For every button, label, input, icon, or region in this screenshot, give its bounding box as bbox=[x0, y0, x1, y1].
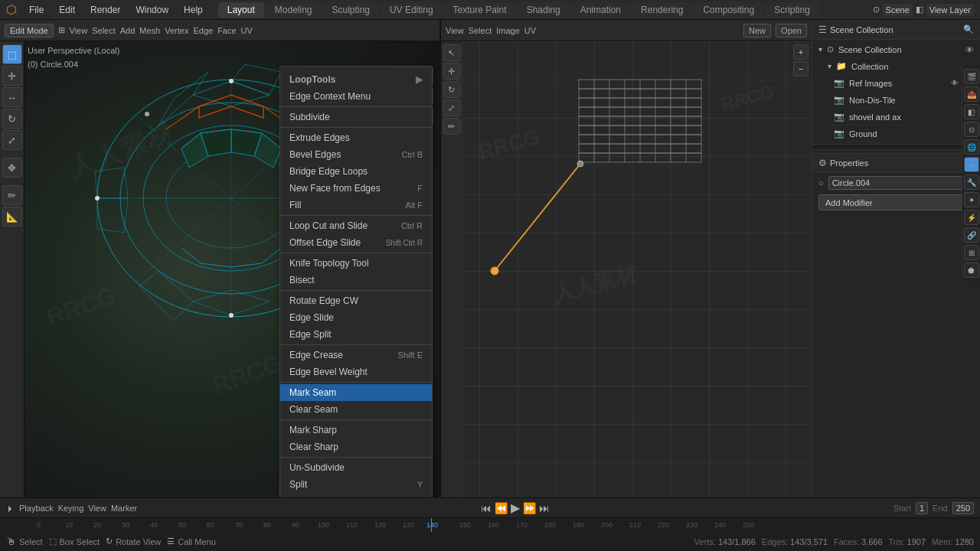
menu-file[interactable]: File bbox=[23, 3, 50, 17]
fill-item[interactable]: Fill Alt F bbox=[280, 197, 432, 214]
uv-open-btn[interactable]: Open bbox=[776, 24, 807, 37]
uv-select-btn[interactable]: Select bbox=[469, 26, 492, 35]
physics-props-icon[interactable]: ⚡ bbox=[964, 210, 979, 225]
world-props-icon[interactable]: 🌐 bbox=[964, 139, 979, 155]
rotate-tool[interactable]: ↻ bbox=[2, 109, 22, 129]
cursor-tool[interactable]: ✛ bbox=[2, 66, 22, 86]
bevel-edges-item[interactable]: Bevel Edges Ctrl B bbox=[280, 146, 432, 163]
outliner-search-icon[interactable]: 🔍 bbox=[963, 24, 974, 34]
bridge-edge-loops-item[interactable]: Bridge Edge Loops bbox=[280, 163, 432, 180]
edge-crease-item[interactable]: Edge Crease Shift E bbox=[280, 347, 432, 364]
material-props-icon[interactable]: ⬟ bbox=[964, 262, 979, 278]
view-menu[interactable]: View bbox=[70, 26, 88, 35]
collection-item[interactable]: ▾ 📁 Collection bbox=[812, 58, 980, 75]
scene-collection-item[interactable]: ▾ ⊙ Scene Collection 👁 bbox=[812, 41, 980, 58]
mesh-menu[interactable]: Mesh bbox=[139, 26, 160, 35]
uv-scale-tool[interactable]: ⤢ bbox=[443, 99, 460, 116]
timeline-scrubber[interactable]: 0 10 20 30 40 50 60 70 80 90 100 110 120… bbox=[0, 518, 980, 532]
scale-tool[interactable]: ⤢ bbox=[2, 130, 22, 150]
next-frame-btn[interactable]: ⏩ bbox=[523, 502, 536, 514]
loop-cut-item[interactable]: Loop Cut and Slide Ctrl R bbox=[280, 217, 432, 234]
scene-props-icon[interactable]: ⊙ bbox=[964, 122, 979, 137]
particles-props-icon[interactable]: ✦ bbox=[964, 192, 979, 207]
uv-uv-btn[interactable]: UV bbox=[524, 26, 536, 35]
offset-edge-slide-item[interactable]: Offset Edge Slide Shift Ctrl R bbox=[280, 234, 432, 251]
uv-rotate-tool[interactable]: ↻ bbox=[443, 81, 460, 98]
tab-layout[interactable]: Layout bbox=[218, 2, 264, 18]
eye-icon[interactable]: 👁 bbox=[965, 45, 974, 54]
ground-item[interactable]: 📷 Ground 👁 bbox=[812, 126, 980, 142]
view-layer-name[interactable]: View Layer bbox=[926, 4, 974, 16]
edge-menu[interactable]: Edge bbox=[193, 26, 213, 35]
jump-start-btn[interactable]: ⏮ bbox=[481, 502, 492, 514]
transform-tool[interactable]: ✥ bbox=[2, 158, 22, 178]
extrude-edges-item[interactable]: Extrude Edges bbox=[280, 129, 432, 146]
tab-sculpting[interactable]: Sculpting bbox=[323, 2, 379, 18]
object-name[interactable]: Circle.004 bbox=[828, 176, 962, 190]
tab-compositing[interactable]: Compositing bbox=[694, 2, 763, 18]
uv-select-tool[interactable]: ↖ bbox=[443, 44, 460, 61]
marker-label[interactable]: Marker bbox=[111, 504, 137, 513]
new-face-from-edges-item[interactable]: New Face from Edges F bbox=[280, 180, 432, 197]
face-menu[interactable]: Face bbox=[217, 26, 236, 35]
un-subdivide-item[interactable]: Un-Subdivide bbox=[280, 459, 432, 476]
select-box-tool[interactable]: ⬚ bbox=[2, 44, 22, 64]
edit-mode-dropdown[interactable]: Edit Mode bbox=[5, 24, 54, 37]
ref-eye-icon[interactable]: 👁 bbox=[951, 79, 959, 87]
tab-shading[interactable]: Shading bbox=[518, 2, 570, 18]
add-menu[interactable]: Add bbox=[120, 26, 136, 35]
play-btn[interactable]: ▶ bbox=[511, 500, 520, 515]
prev-frame-btn[interactable]: ⏪ bbox=[495, 502, 508, 514]
tab-rendering[interactable]: Rendering bbox=[632, 2, 692, 18]
uv-view-btn[interactable]: View bbox=[446, 26, 464, 35]
knife-topology-item[interactable]: Knife Topology Tool bbox=[280, 255, 432, 272]
clear-seam-item[interactable]: Clear Seam bbox=[280, 401, 432, 418]
uv-editor[interactable]: View Select Image UV New Open RRCG 人人素材 … bbox=[440, 20, 812, 497]
tab-animation[interactable]: Animation bbox=[571, 2, 630, 18]
scene-name[interactable]: Scene bbox=[883, 4, 913, 16]
separate-item[interactable]: Separate ▶ bbox=[280, 493, 432, 497]
constraints-props-icon[interactable]: 🔗 bbox=[964, 227, 979, 243]
add-modifier-btn[interactable]: Add Modifier ▾ bbox=[818, 194, 974, 210]
uv-move-tool[interactable]: ✛ bbox=[443, 63, 460, 80]
bisect-item[interactable]: Bisect bbox=[280, 272, 432, 289]
menu-window[interactable]: Window bbox=[129, 3, 175, 17]
loop-tools-header[interactable]: LoopTools ▶ bbox=[280, 70, 432, 88]
object-props-icon[interactable]: ○ bbox=[964, 157, 979, 172]
keying-label[interactable]: Keying bbox=[58, 504, 84, 513]
uv-annotate-tool[interactable]: ✏ bbox=[443, 118, 460, 135]
tab-modeling[interactable]: Modeling bbox=[266, 2, 322, 18]
end-frame[interactable]: 250 bbox=[952, 502, 974, 514]
menu-render[interactable]: Render bbox=[84, 3, 126, 17]
uv-zoom-in[interactable]: + bbox=[793, 44, 808, 60]
render-props-icon[interactable]: 🎬 bbox=[964, 69, 979, 84]
select-menu[interactable]: Select bbox=[92, 26, 116, 35]
mark-sharp-item[interactable]: Mark Sharp bbox=[280, 422, 432, 439]
menu-help[interactable]: Help bbox=[178, 3, 209, 17]
uv-zoom-out[interactable]: − bbox=[793, 61, 808, 77]
shovel-ax-item[interactable]: 📷 shovel and ax 👁 bbox=[812, 109, 980, 126]
mark-seam-item[interactable]: Mark Seam bbox=[280, 384, 432, 401]
rotate-edge-cw-item[interactable]: Rotate Edge CW bbox=[280, 292, 432, 309]
uv-menu[interactable]: UV bbox=[241, 26, 253, 35]
menu-edit[interactable]: Edit bbox=[53, 3, 81, 17]
uv-new-btn[interactable]: New bbox=[743, 24, 771, 37]
clear-sharp-item[interactable]: Clear Sharp bbox=[280, 439, 432, 455]
jump-end-btn[interactable]: ⏭ bbox=[539, 502, 550, 514]
output-props-icon[interactable]: 📤 bbox=[964, 86, 979, 102]
edge-bevel-weight-item[interactable]: Edge Bevel Weight bbox=[280, 364, 432, 380]
playback-label[interactable]: Playback bbox=[19, 504, 54, 513]
view-layer-props-icon[interactable]: ◧ bbox=[964, 104, 979, 119]
modifier-props-icon[interactable]: 🔧 bbox=[964, 174, 979, 190]
move-tool[interactable]: ↔ bbox=[2, 87, 22, 107]
edge-slide-item[interactable]: Edge Slide bbox=[280, 309, 432, 326]
split-item[interactable]: Split Y bbox=[280, 476, 432, 493]
start-frame[interactable]: 1 bbox=[916, 502, 928, 514]
edge-context-item[interactable]: Edge Context Menu bbox=[280, 88, 432, 105]
edge-split-item[interactable]: Edge Split bbox=[280, 326, 432, 343]
measure-tool[interactable]: 📐 bbox=[2, 207, 22, 227]
subdivide-item[interactable]: Subdivide bbox=[280, 109, 432, 126]
data-props-icon[interactable]: ⊞ bbox=[964, 245, 979, 260]
uv-image-btn[interactable]: Image bbox=[496, 26, 520, 35]
annotate-tool[interactable]: ✏ bbox=[2, 185, 22, 205]
